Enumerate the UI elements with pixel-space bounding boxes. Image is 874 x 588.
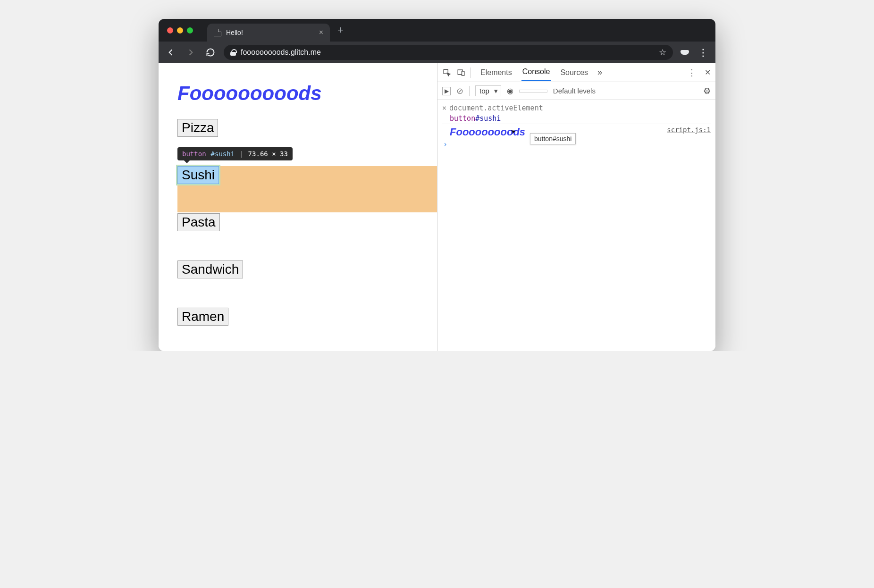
close-window-button[interactable] bbox=[167, 27, 173, 34]
element-hover-tooltip: button#sushi bbox=[530, 133, 576, 144]
new-tab-button[interactable]: + bbox=[337, 24, 344, 36]
reload-button[interactable] bbox=[204, 46, 217, 59]
devtools-tab-sources[interactable]: Sources bbox=[559, 65, 589, 81]
page-heading: Fooooooooods bbox=[177, 82, 418, 105]
web-page: Fooooooooods Pizzabutton#sushi|73.66 × 3… bbox=[159, 63, 437, 351]
address-bar: fooooooooods.glitch.me bbox=[159, 42, 715, 63]
console-result[interactable]: button#sushi bbox=[450, 114, 501, 123]
tab-title: Hello! bbox=[226, 29, 243, 36]
devtools-close-button[interactable] bbox=[705, 68, 711, 77]
svg-rect-2 bbox=[462, 71, 464, 76]
console-toolbar: top Default levels bbox=[437, 82, 715, 100]
foods-list: Pizzabutton#sushi|73.66 × 33SushiPastaSa… bbox=[177, 119, 418, 351]
lock-icon bbox=[230, 49, 236, 56]
context-selector[interactable]: top bbox=[475, 85, 501, 96]
window-controls bbox=[167, 27, 193, 34]
inspect-tooltip: button#sushi|73.66 × 33 bbox=[177, 147, 293, 160]
more-tabs-button[interactable] bbox=[597, 67, 602, 77]
device-toolbar-icon[interactable] bbox=[456, 68, 466, 77]
food-button-sushi[interactable]: Sushi bbox=[177, 166, 219, 184]
food-item: button#sushi|73.66 × 33Sushi bbox=[177, 166, 418, 184]
omnibox[interactable]: fooooooooods.glitch.me bbox=[224, 45, 673, 60]
food-button-pasta[interactable]: Pasta bbox=[177, 213, 220, 231]
browser-tab[interactable]: Hello! × bbox=[207, 24, 330, 42]
tooltip-dims: 73.66 × 33 bbox=[248, 150, 288, 158]
content-area: Fooooooooods Pizzabutton#sushi|73.66 × 3… bbox=[159, 63, 715, 351]
food-button-pizza[interactable]: Pizza bbox=[177, 119, 218, 137]
food-item: Pasta bbox=[177, 213, 418, 231]
log-source-link[interactable]: script.js:1 bbox=[667, 126, 711, 134]
filter-input[interactable] bbox=[519, 90, 547, 92]
devtools-panel: Elements Console Sources top Default lev… bbox=[437, 63, 715, 351]
food-button-ramen[interactable]: Ramen bbox=[177, 308, 228, 326]
titlebar: Hello! × + bbox=[159, 19, 715, 42]
devtools-tab-elements[interactable]: Elements bbox=[479, 65, 513, 81]
forward-button[interactable] bbox=[184, 46, 197, 59]
page-file-icon bbox=[214, 29, 221, 36]
devtools-tab-console[interactable]: Console bbox=[521, 64, 551, 81]
inspect-element-icon[interactable] bbox=[442, 68, 452, 77]
close-tab-button[interactable]: × bbox=[319, 28, 323, 37]
maximize-window-button[interactable] bbox=[187, 27, 193, 34]
tooltip-tag: button bbox=[182, 150, 206, 158]
food-button-sandwich[interactable]: Sandwich bbox=[177, 260, 243, 278]
console-output: × document.activeElement button#sushi ➤ … bbox=[437, 100, 715, 351]
log-levels-selector[interactable]: Default levels bbox=[553, 87, 596, 95]
minimize-window-button[interactable] bbox=[177, 27, 183, 34]
food-item: Pizza bbox=[177, 119, 418, 137]
devtools-menu-button[interactable] bbox=[688, 67, 696, 78]
live-expression-icon[interactable] bbox=[507, 86, 513, 95]
console-input-echo: document.activeElement bbox=[449, 104, 543, 112]
console-prompt-icon[interactable]: › bbox=[442, 140, 447, 149]
browser-window: Hello! × + fooooooooods.glitch.me Fooooo… bbox=[159, 19, 715, 351]
food-item: Ramen bbox=[177, 308, 418, 326]
console-settings-icon[interactable] bbox=[703, 86, 711, 96]
url-text: fooooooooods.glitch.me bbox=[241, 48, 321, 57]
devtools-tabs: Elements Console Sources bbox=[437, 63, 715, 82]
back-button[interactable] bbox=[164, 46, 177, 59]
execute-icon[interactable] bbox=[442, 87, 451, 95]
tooltip-id: #sushi bbox=[211, 150, 235, 158]
clear-console-icon[interactable] bbox=[456, 86, 463, 96]
food-item: Sandwich bbox=[177, 260, 418, 278]
browser-menu-button[interactable] bbox=[697, 46, 710, 59]
bookmark-star-icon[interactable] bbox=[659, 47, 666, 58]
incognito-icon[interactable] bbox=[680, 47, 690, 58]
dismiss-log-icon[interactable]: × bbox=[442, 104, 446, 112]
